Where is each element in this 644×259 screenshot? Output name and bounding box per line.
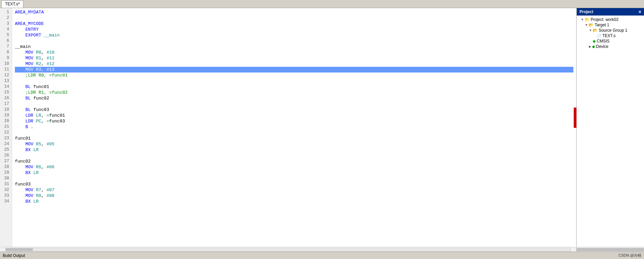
line-number: 28 <box>1 164 9 170</box>
build-output-bar: Build Output CSDN @办精 <box>0 252 644 259</box>
project-tree: ▼📁Project: work02▼📂Target 1▼📂Source Grou… <box>577 16 644 247</box>
line-number: 17 <box>1 101 9 107</box>
right-edge-tab[interactable] <box>574 108 576 128</box>
tree-item[interactable]: ▶◆Device <box>577 44 644 49</box>
tree-item[interactable]: ▼📂Target 1 <box>577 22 644 28</box>
tree-item-label: Device <box>596 44 609 49</box>
line-number: 8 <box>1 50 9 55</box>
tree-item[interactable]: ◆CMSIS <box>577 38 644 44</box>
code-line: AREA_MYCODE <box>15 21 573 27</box>
code-line <box>15 78 573 84</box>
expand-icon[interactable]: ▼ <box>581 18 584 21</box>
project-panel: Project × ▼📁Project: work02▼📂Target 1▼📂S… <box>576 8 644 252</box>
line-number: 7 <box>1 44 9 50</box>
code-line: EXPORT __main <box>15 32 573 38</box>
code-line: __main <box>15 44 573 50</box>
tree-item[interactable]: 📄TEXT.s <box>577 33 644 38</box>
line-number: 14 <box>1 84 9 90</box>
line-number: 23 <box>1 136 9 141</box>
project-title: Project <box>579 9 593 14</box>
code-line: BL func02 <box>15 95 573 101</box>
expand-icon[interactable]: ▶ <box>589 45 591 48</box>
line-number: 30 <box>1 176 9 181</box>
line-number: 12 <box>1 73 9 78</box>
code-line <box>15 38 573 44</box>
code-line: BL func01 <box>15 84 573 90</box>
code-line: BX LR <box>15 147 573 153</box>
line-number: 16 <box>1 95 9 101</box>
code-line: ENTRY <box>15 27 573 32</box>
expand-icon[interactable]: ▼ <box>589 29 592 32</box>
tree-item-label: CMSIS <box>597 39 610 44</box>
line-number: 15 <box>1 90 9 95</box>
line-number: 20 <box>1 118 9 124</box>
code-line: AREA_MYDATA <box>15 9 573 15</box>
code-line: MOV R7, #07 <box>15 187 573 193</box>
line-number: 10 <box>1 61 9 67</box>
code-line <box>15 130 573 136</box>
line-number: 1 <box>1 9 9 15</box>
tab-label: TEXT.s* <box>5 2 20 6</box>
editor-scrollbar[interactable] <box>0 247 576 252</box>
code-content[interactable]: AREA_MYDATA AREA_MYCODE ENTRY EXPORT __m… <box>12 8 576 247</box>
tree-item[interactable]: ▼📁Project: work02 <box>577 17 644 22</box>
line-number: 25 <box>1 147 9 153</box>
code-line: MOV R5, #05 <box>15 141 573 147</box>
line-number: 31 <box>1 181 9 187</box>
code-line: MOV R3, #13 <box>15 67 573 73</box>
target-icon: 📂 <box>589 23 594 27</box>
line-number: 24 <box>1 141 9 147</box>
tree-item[interactable]: ▼📂Source Group 1 <box>577 28 644 33</box>
code-line <box>15 153 573 159</box>
project-icon: 📁 <box>585 17 590 22</box>
code-line: BX LR <box>15 170 573 176</box>
code-line: MOV R6, #06 <box>15 164 573 170</box>
folder-icon: 📂 <box>593 28 598 33</box>
project-scrollbar[interactable] <box>577 247 644 252</box>
expand-icon[interactable]: ▼ <box>585 23 588 27</box>
line-number: 5 <box>1 32 9 38</box>
tree-item-label: Project: work02 <box>591 17 619 22</box>
code-area: 1234567891011121314151617181920212223242… <box>0 8 576 247</box>
tree-item-label: TEXT.s <box>602 33 616 38</box>
line-number: 22 <box>1 130 9 136</box>
code-line: MOV R8, #08 <box>15 193 573 199</box>
diamond-icon: ◆ <box>593 39 596 44</box>
project-close-button[interactable]: × <box>639 9 641 15</box>
line-number: 32 <box>1 187 9 193</box>
title-bar: TEXT.s* <box>0 0 644 8</box>
line-number: 13 <box>1 78 9 84</box>
code-line: MOV R0, #10 <box>15 50 573 55</box>
code-line <box>15 101 573 107</box>
line-number: 4 <box>1 27 9 32</box>
line-number: 29 <box>1 170 9 176</box>
code-line <box>15 15 573 21</box>
watermark: CSDN @办精 <box>619 253 641 258</box>
code-line: BL func03 <box>15 107 573 113</box>
code-line: func02 <box>15 159 573 164</box>
line-number: 33 <box>1 193 9 199</box>
code-line: MOV R1, #11 <box>15 55 573 61</box>
build-output-label: Build Output <box>3 253 25 258</box>
code-line: B . <box>15 124 573 130</box>
line-number: 27 <box>1 159 9 164</box>
file-tab[interactable]: TEXT.s* <box>1 0 23 8</box>
editor-panel: 1234567891011121314151617181920212223242… <box>0 8 576 252</box>
line-number: 21 <box>1 124 9 130</box>
line-number: 2 <box>1 15 9 21</box>
main-layout: 1234567891011121314151617181920212223242… <box>0 8 644 252</box>
code-line: func01 <box>15 136 573 141</box>
line-numbers: 1234567891011121314151617181920212223242… <box>0 8 12 247</box>
line-number: 34 <box>1 199 9 204</box>
code-line: ;LDR R0, =func01 <box>15 73 573 78</box>
project-header: Project × <box>577 8 644 16</box>
line-number: 26 <box>1 153 9 159</box>
tree-item-label: Target 1 <box>595 23 609 27</box>
code-line <box>15 176 573 181</box>
line-number: 3 <box>1 21 9 27</box>
code-line: LDR PC, =func03 <box>15 118 573 124</box>
diamond-icon: ◆ <box>592 44 595 49</box>
line-number: 9 <box>1 55 9 61</box>
code-line: MOV R2, #12 <box>15 61 573 67</box>
code-line: func03 <box>15 181 573 187</box>
